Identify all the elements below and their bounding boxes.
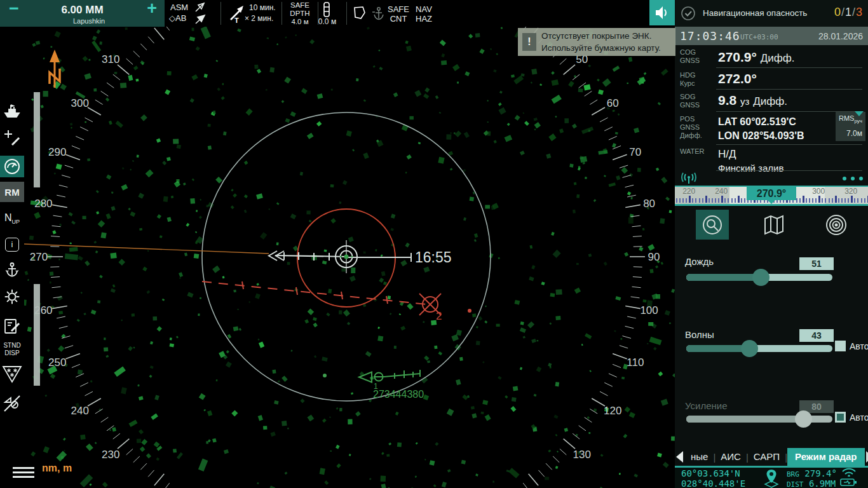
ship-icon [3, 102, 21, 119]
pennant-filled-icon[interactable] [194, 13, 207, 25]
draft-gauge-icon[interactable] [323, 2, 330, 17]
svg-text:60: 60 [607, 97, 619, 109]
ais-target-id: 273444380 [373, 389, 424, 400]
trail-time-top[interactable]: 10 мин. [249, 3, 276, 12]
svg-text:270: 270 [30, 251, 48, 263]
hdg-value: 272.0° [718, 71, 757, 86]
nav-haz-block[interactable]: NAVHAZ [412, 4, 436, 24]
draft-value: 0.0 м [316, 17, 338, 26]
crosshair-pencil-icon [3, 129, 21, 147]
range-value: 6.00 ММ [0, 4, 165, 17]
sea-slider[interactable] [686, 345, 832, 352]
rain-label: Дождь [685, 256, 714, 267]
tab-Режим радар[interactable]: Режим радар [787, 448, 864, 466]
sea-auto-label: Авто [850, 341, 868, 351]
toast-line1: Отсутствует покрытие ЭНК. [541, 31, 651, 41]
compass-tape[interactable]: 220240260280300320 270.9° [675, 186, 868, 206]
sea-slider-knob[interactable] [741, 340, 758, 357]
anchor-button[interactable] [0, 262, 24, 278]
alert-counts: 0/1/3 [834, 6, 863, 19]
tabs-next-button[interactable] [866, 451, 868, 463]
tab-АИС[interactable]: АИС [715, 448, 746, 466]
area-outline-icon[interactable] [351, 5, 368, 22]
range-control: − 6.00 ММ + Lapushkin [0, 0, 165, 27]
more-options-button[interactable] [843, 177, 863, 180]
pos-label: POS GNSS Дифф. [680, 115, 702, 140]
svg-text:250: 250 [48, 356, 66, 369]
anchor-watch-icon[interactable] [371, 6, 385, 21]
ab-label[interactable]: ◇AB [169, 13, 186, 24]
tab-ные[interactable]: ные [686, 448, 713, 466]
rain-slider[interactable] [686, 274, 832, 281]
enc-coverage-warning-toast: ! Отсутствует покрытие ЭНК. Используйте … [518, 28, 675, 56]
rm-mode-button[interactable]: RM [0, 182, 24, 202]
notepad-pencil-icon [3, 318, 21, 336]
mode-chart-button[interactable] [757, 210, 790, 240]
svg-text:280: 280 [34, 198, 52, 210]
gain-auto-label: Авто [850, 412, 868, 423]
svg-text:230: 230 [102, 449, 119, 461]
tabs-prev-button[interactable] [676, 451, 683, 463]
pennant-outline-icon[interactable] [194, 2, 207, 13]
info-icon: i [5, 238, 19, 252]
cross-icon: × [245, 14, 249, 23]
hide-targets-button[interactable] [0, 394, 24, 413]
gain-auto-checkbox[interactable] [835, 412, 846, 423]
tab-САРП[interactable]: САРП [749, 448, 785, 466]
sea-auto-checkbox[interactable] [835, 341, 846, 351]
svg-text:110: 110 [627, 356, 644, 369]
left-gauge-bar-bottom[interactable] [34, 284, 40, 386]
cursor-distance: DIST 6.9ММ [787, 478, 836, 488]
north-arrow-icon [50, 50, 60, 88]
mute-button[interactable] [649, 0, 675, 25]
cursor-lat: 60°03.634'N [681, 468, 740, 478]
mode-rings-button[interactable] [820, 210, 853, 240]
gear-icon [4, 288, 20, 305]
sea-label: Волны [685, 329, 714, 340]
sog-label: SOG GNSS [680, 93, 700, 109]
north-up-button[interactable]: NUP [0, 212, 24, 225]
info-button[interactable]: i [0, 238, 24, 252]
alert-status-bar[interactable]: Навигационная опасность 0/1/3 [675, 0, 868, 27]
safe-depth-block[interactable]: SAFE DPTH 4.0 м [285, 1, 315, 26]
hdg-label: HDG Курс [680, 71, 695, 88]
ice-triangle-icon [2, 365, 22, 384]
battery-icon [840, 478, 858, 488]
mode-radar-button[interactable] [696, 210, 729, 240]
svg-text:290: 290 [48, 146, 66, 158]
radar-display[interactable]: 5060708090100110120130230240250260270280… [24, 27, 675, 488]
settings-button[interactable] [0, 288, 24, 305]
warning-icon: ! [522, 33, 536, 51]
svg-text:80: 80 [643, 198, 655, 210]
range-increase-button[interactable]: + [147, 0, 157, 18]
menu-button[interactable] [13, 467, 34, 478]
check-circle-icon [681, 6, 695, 23]
ice-warning-button[interactable] [0, 365, 24, 384]
cog-label: COG GNSS [680, 48, 700, 65]
own-ship-button[interactable] [0, 102, 24, 119]
cursor-edit-button[interactable] [0, 129, 24, 147]
standard-display-button[interactable]: STNDDISP [0, 342, 24, 357]
map-icon [763, 214, 787, 236]
radar-search-icon [701, 214, 724, 236]
gain-slider-knob[interactable] [795, 410, 812, 428]
gain-slider[interactable] [686, 416, 832, 423]
ais-target-symbol[interactable] [323, 370, 420, 383]
rms-accuracy-box[interactable]: RMSруч 7.0м [836, 112, 865, 141]
sensor-row [675, 172, 868, 186]
asm-label[interactable]: ASM [170, 3, 188, 13]
cursor-lon: 028°40.448'E [681, 478, 745, 488]
left-gauge-bar-top[interactable] [34, 92, 40, 187]
svg-text:90: 90 [648, 251, 660, 263]
svg-text:310: 310 [102, 53, 119, 65]
water-label: WATER [680, 147, 705, 156]
station-name: Lapushkin [0, 17, 178, 25]
vector-time-bottom[interactable]: × 2 мин. [245, 14, 273, 23]
log-edit-button[interactable] [0, 318, 24, 336]
location-pin-icon [763, 469, 780, 488]
radar-mode-button[interactable] [0, 156, 24, 177]
cog-value: 270.9° Дифф. [718, 50, 795, 65]
rain-slider-knob[interactable] [752, 269, 770, 286]
safe-cnt-block[interactable]: SAFECNT [386, 4, 410, 24]
route-dashed-leg [202, 281, 427, 304]
